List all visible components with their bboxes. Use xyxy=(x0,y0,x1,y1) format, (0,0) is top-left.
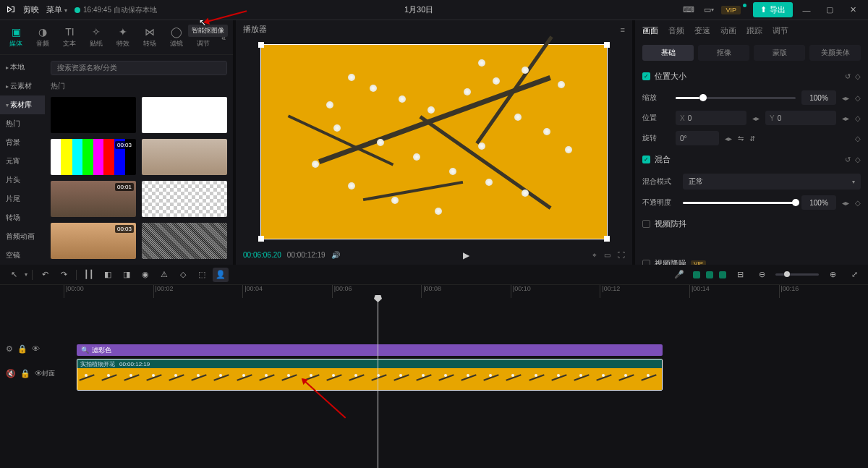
keyframe-icon[interactable]: ◇ xyxy=(855,94,861,102)
vip-badge[interactable]: VIP xyxy=(721,6,741,14)
tab-filter[interactable]: ◯滤镜 xyxy=(165,26,189,48)
checkbox-icon[interactable] xyxy=(642,220,650,228)
select-tool-icon[interactable]: ↖ xyxy=(6,268,22,282)
undo-button[interactable]: ↶ xyxy=(37,268,53,282)
focus-icon[interactable]: ⌖ xyxy=(592,251,597,260)
reset-icon[interactable]: ↺ xyxy=(845,72,851,80)
player-menu-icon[interactable]: ≡ xyxy=(621,25,625,34)
adjustment-clip[interactable]: 🔍 滤彩色 xyxy=(77,344,663,356)
keyframe-icon[interactable]: ◇ xyxy=(855,156,861,163)
mute-icon[interactable]: 🔇 xyxy=(6,369,16,378)
insp-tab-speed[interactable]: 变速 xyxy=(694,25,710,36)
sidebar-item-library[interactable]: ▾素材库 xyxy=(0,95,45,114)
rotate-field[interactable]: 0° xyxy=(676,131,719,145)
stepper-icon[interactable]: ◂▸ xyxy=(842,94,849,102)
zoom-in-icon[interactable]: ⊕ xyxy=(825,268,841,282)
sidebar-item-empty[interactable]: 空镜 xyxy=(0,246,45,265)
fullscreen-icon[interactable]: ⛶ xyxy=(618,251,625,260)
tab-text[interactable]: TI文本 xyxy=(58,26,82,48)
checkbox-icon[interactable]: ✓ xyxy=(642,72,650,80)
position-x-field[interactable]: X0 xyxy=(676,111,746,125)
media-thumb[interactable] xyxy=(51,97,136,133)
sidebar-item-intro[interactable]: 片头 xyxy=(0,171,45,190)
media-thumb[interactable] xyxy=(142,181,227,217)
media-thumb[interactable]: 00:03 xyxy=(51,223,136,259)
keyframe-icon[interactable]: ◇ xyxy=(855,135,861,142)
tab-transition[interactable]: ⋈转场 xyxy=(138,26,162,48)
tab-sticker[interactable]: ✧贴纸 xyxy=(85,26,109,48)
media-thumb[interactable] xyxy=(142,139,227,175)
media-thumb[interactable] xyxy=(142,97,227,133)
zoom-fit-icon[interactable]: ⤢ xyxy=(846,268,862,282)
sidebar-item-hot[interactable]: 热门 xyxy=(0,114,45,133)
maximize-button[interactable]: ▢ xyxy=(820,3,839,17)
freeze-icon[interactable]: ◉ xyxy=(137,268,153,282)
ratio-icon[interactable]: ▭ xyxy=(604,251,610,260)
section-blend[interactable]: ✓ 混合 ↺◇ xyxy=(642,148,861,171)
handle-top-right[interactable] xyxy=(604,42,610,48)
insp-tab-adjust[interactable]: 调节 xyxy=(773,25,788,36)
handle-top-left[interactable] xyxy=(258,42,264,48)
play-button[interactable]: ▶ xyxy=(463,250,469,260)
crop-icon[interactable]: ⬚ xyxy=(194,268,210,282)
media-thumb[interactable]: 00:01 xyxy=(51,181,136,217)
sidebar-item-lantern[interactable]: 元宵 xyxy=(0,152,45,171)
blend-mode-select[interactable]: 正常 ▾ xyxy=(683,174,861,190)
search-input[interactable]: 搜索资源名称/分类 xyxy=(51,61,227,75)
magnet-toggle1[interactable] xyxy=(693,271,700,278)
scale-value[interactable]: 100% xyxy=(801,90,836,105)
tab-audio[interactable]: ◑音频 xyxy=(31,26,55,48)
video-clip[interactable]: 实拍植物开花 00:00:12:19 xyxy=(77,359,663,391)
sidebar-item-cloud[interactable]: ▸云素材 xyxy=(0,77,45,95)
preview-cut-icon[interactable]: ⊟ xyxy=(732,268,748,282)
eye-icon[interactable]: 👁 xyxy=(32,344,40,354)
export-button[interactable]: ⬆ 导出 xyxy=(753,2,793,17)
subtab-cutout[interactable]: 抠像 xyxy=(698,45,749,61)
mirror-icon[interactable]: ⚠ xyxy=(156,268,172,282)
reset-icon[interactable]: ↺ xyxy=(845,156,851,163)
timeline-ruler[interactable]: |00:00 |00:02 |00:04 |00:06 |00:08 |00:1… xyxy=(0,285,868,298)
insp-tab-picture[interactable]: 画面 xyxy=(642,25,658,36)
magnet-toggle3[interactable] xyxy=(719,271,726,278)
tracks-area[interactable]: ⚙ 🔒 👁 🔇 🔒 👁 封面 🔍 滤彩色 实拍植物开花 00:00:12:19 xyxy=(0,298,868,468)
media-thumb[interactable] xyxy=(142,223,227,259)
close-button[interactable]: ✕ xyxy=(843,3,862,17)
redo-button[interactable]: ↷ xyxy=(56,268,72,282)
zoom-slider[interactable] xyxy=(775,273,819,276)
sidebar-item-trans[interactable]: 转场 xyxy=(0,208,45,227)
opacity-slider[interactable] xyxy=(683,202,796,204)
insp-tab-track[interactable]: 跟踪 xyxy=(746,25,762,36)
rotate-icon[interactable]: ◇ xyxy=(175,268,191,282)
layout-button[interactable]: ▭▾ xyxy=(701,3,717,17)
tab-effect[interactable]: ✦特效 xyxy=(111,26,135,48)
handle-bottom-right[interactable] xyxy=(604,236,610,242)
zoom-out-icon[interactable]: ⊖ xyxy=(754,268,770,282)
checkbox-icon[interactable]: ✓ xyxy=(642,156,650,163)
position-y-field[interactable]: Y0 xyxy=(765,111,836,125)
opacity-value[interactable]: 100% xyxy=(801,195,836,210)
delete-left-icon[interactable]: ◧ xyxy=(100,268,116,282)
keyframe-icon[interactable]: ◇ xyxy=(855,114,861,122)
section-denoise[interactable]: 视频降噪 VIP xyxy=(642,252,861,265)
player-canvas[interactable] xyxy=(260,44,608,239)
media-thumb[interactable]: 00:03 xyxy=(51,139,136,175)
subtab-beauty[interactable]: 美颜美体 xyxy=(809,45,861,61)
sidebar-item-outro[interactable]: 片尾 xyxy=(0,190,45,208)
subtab-basic[interactable]: 基础 xyxy=(642,45,694,61)
flip-v-icon[interactable]: ⇵ xyxy=(749,135,755,142)
section-stabilize[interactable]: 视频防抖 xyxy=(642,213,861,235)
flip-h-icon[interactable]: ⇋ xyxy=(738,135,744,142)
subtab-mask[interactable]: 蒙版 xyxy=(754,45,805,61)
lock-icon[interactable]: 🔒 xyxy=(20,369,30,378)
magnet-toggle2[interactable] xyxy=(706,271,713,278)
cover-label[interactable]: 封面 xyxy=(42,369,59,378)
mic-icon[interactable]: 🎤 xyxy=(671,268,687,282)
smart-cutout-icon[interactable]: 👤 xyxy=(213,268,229,282)
tab-media[interactable]: ▣媒体 xyxy=(4,26,28,48)
section-pos-size[interactable]: ✓ 位置大小 ↺◇ xyxy=(642,65,861,88)
menu-dropdown[interactable]: 菜单 ▾ xyxy=(46,4,67,15)
split-tool-icon[interactable]: ┃┃ xyxy=(81,268,97,282)
shortcut-button[interactable]: ⌨ xyxy=(681,3,697,17)
insp-tab-audio[interactable]: 音频 xyxy=(668,25,684,36)
sidebar-item-anim[interactable]: 首频动画 xyxy=(0,227,45,246)
